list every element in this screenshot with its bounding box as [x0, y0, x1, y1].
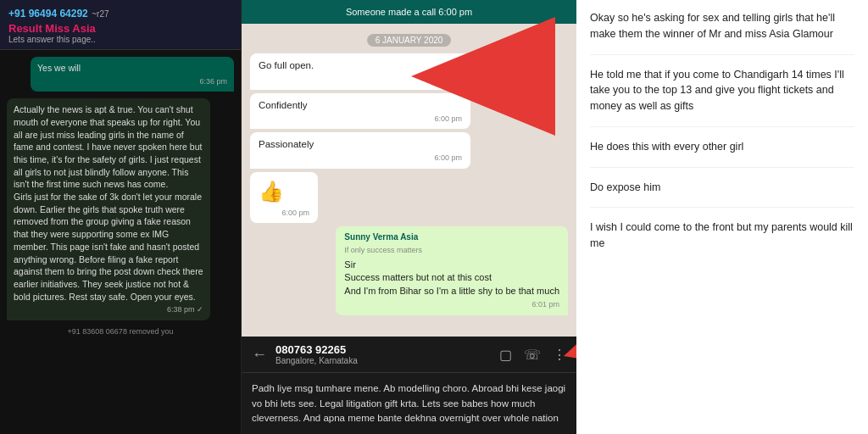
bubble-text: Confidently	[259, 100, 308, 110]
bubble-passionately: Passionately 6:00 pm	[250, 132, 470, 169]
bubble-time: 6:00 pm	[259, 114, 462, 125]
right-item-2: He told me that if you come to Chandigar…	[590, 67, 854, 127]
right-item-1: Okay so he's asking for sex and telling …	[590, 10, 854, 55]
middle-panel: Someone made a call 6:00 pm 6 JANUARY 20…	[242, 0, 576, 434]
bubble-time: 6:00 pm	[259, 74, 462, 85]
tag: ~r27	[92, 9, 108, 19]
bubble-sender: Sunny Verma Asia	[344, 231, 559, 243]
chat-name: Result Miss Asia	[8, 22, 232, 35]
video-icon[interactable]: ▢	[499, 347, 512, 363]
mid-bottom-header: ← 080763 92265 Bangalore, Karnataka ▢ ☏ …	[242, 337, 576, 373]
left-header: +91 96494 64292 ~r27 Result Miss Asia Le…	[0, 0, 241, 50]
back-arrow-icon[interactable]: ←	[252, 346, 267, 364]
message-sent-1: Yes we will 6:36 pm	[31, 57, 234, 92]
phone-icon[interactable]: ☏	[524, 347, 541, 363]
emoji: 👍	[259, 180, 284, 203]
dark-message: Padh liye msg tumhare mene. Ab modelling…	[242, 373, 576, 434]
mid-chat: 6 JANUARY 2020 Go full open. 6:00 pm Con…	[242, 24, 576, 337]
right-text-4: Do expose him	[590, 181, 660, 193]
bubble-text: Go full open.	[259, 60, 314, 70]
contact-info: 080763 92265 Bangalore, Karnataka	[275, 343, 499, 365]
right-text-5: I wish I could come to the front but my …	[590, 221, 853, 249]
system-message: +91 83608 06678 removed you	[7, 327, 234, 336]
bubble-text: SirSuccess matters but not at this costA…	[344, 259, 559, 298]
bubble-time: 6:01 pm	[344, 299, 559, 310]
header-icons: ▢ ☏ ⋮	[499, 347, 566, 363]
contact-location: Bangalore, Karnataka	[275, 356, 499, 365]
bubble-go-full-open: Go full open. 6:00 pm	[250, 53, 470, 90]
contact-phone: 080763 92265	[275, 343, 499, 356]
message-received-1: Actually the news is apt & true. You can…	[7, 98, 210, 320]
left-messages: Yes we will 6:36 pm Actually the news is…	[0, 50, 241, 434]
bubble-reply: Sunny Verma Asia If only success matters…	[336, 226, 568, 314]
left-panel: +91 96494 64292 ~r27 Result Miss Asia Le…	[0, 0, 242, 434]
bubble-time: 6:00 pm	[259, 208, 309, 219]
right-text-3: He does this with every other girl	[590, 141, 743, 153]
msg-text: Yes we will	[37, 62, 227, 75]
bubble-time: 6:00 pm	[259, 153, 462, 164]
bubble-confidently: Confidently 6:00 pm	[250, 93, 470, 130]
msg-time: 6:38 pm ✓	[14, 304, 203, 315]
bubble-sender-sub: If only success matters	[344, 245, 559, 256]
chat-subtitle: Lets answer this page..	[8, 35, 232, 44]
msg-text: Actually the news is apt & true. You can…	[14, 103, 203, 303]
mid-header: Someone made a call 6:00 pm	[242, 0, 576, 24]
msg-time: 6:36 pm	[37, 76, 227, 87]
right-item-3: He does this with every other girl	[590, 139, 854, 168]
more-icon[interactable]: ⋮	[553, 347, 566, 363]
bubble-text: Passionately	[259, 139, 314, 149]
call-header-text: Someone made a call 6:00 pm	[346, 7, 472, 17]
right-item-5: I wish I could come to the front but my …	[590, 220, 854, 264]
right-text-1: Okay so he's asking for sex and telling …	[590, 12, 835, 40]
right-panel: Okay so he's asking for sex and telling …	[576, 0, 868, 434]
phone-number: +91 96494 64292	[8, 8, 88, 19]
date-badge: 6 JANUARY 2020	[367, 34, 452, 47]
right-item-4: Do expose him	[590, 180, 854, 209]
bubble-emoji: 👍 6:00 pm	[250, 172, 318, 223]
mid-bottom: ← 080763 92265 Bangalore, Karnataka ▢ ☏ …	[242, 337, 576, 434]
right-text-2: He told me that if you come to Chandigar…	[590, 69, 844, 113]
